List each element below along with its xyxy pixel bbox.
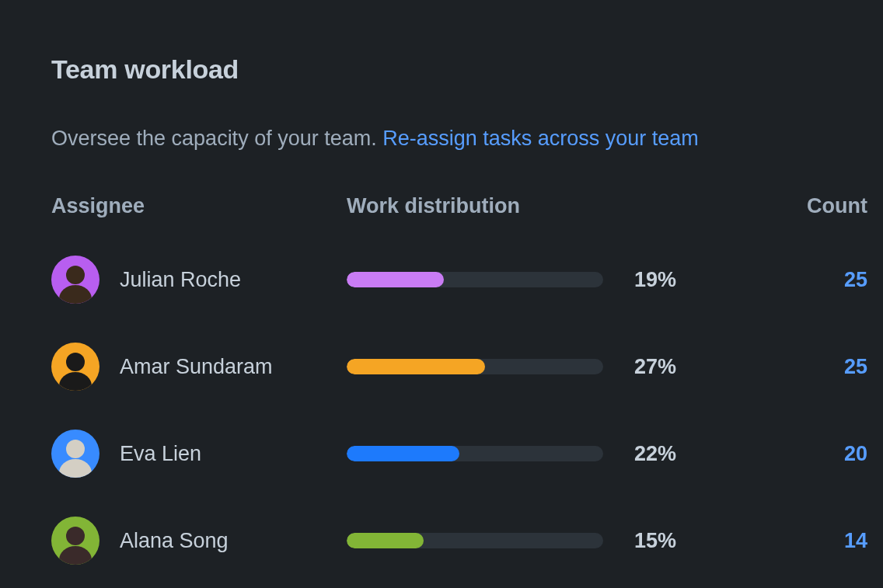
table-row: Alana Song15%14 [51, 517, 832, 565]
work-bar-track [347, 272, 603, 287]
col-work-distribution: Work distribution [347, 194, 681, 218]
svg-point-2 [66, 266, 85, 284]
table-header: Assignee Work distribution Count [51, 194, 832, 218]
reassign-link[interactable]: Re-assign tasks across your team [382, 127, 699, 150]
assignee-name: Eva Lien [120, 442, 201, 466]
avatar [51, 256, 99, 304]
work-bar-track [347, 446, 603, 461]
assignee-cell: Amar Sundaram [51, 343, 347, 391]
assignee-name: Amar Sundaram [120, 355, 273, 379]
count-link[interactable]: 14 [774, 529, 867, 553]
count-link[interactable]: 25 [774, 355, 867, 379]
work-percent: 27% [611, 355, 681, 379]
subtitle-text: Oversee the capacity of your team. [51, 127, 382, 150]
table-body: Julian Roche19%25 Amar Sundaram27%25 Eva… [51, 256, 832, 565]
work-bar-fill [347, 533, 424, 548]
count-link[interactable]: 20 [774, 442, 867, 466]
table-row: Eva Lien22%20 [51, 430, 832, 478]
panel-title: Team workload [51, 54, 832, 85]
assignee-cell: Eva Lien [51, 430, 347, 478]
work-bar-track [347, 359, 603, 374]
avatar [51, 430, 99, 478]
assignee-name: Alana Song [120, 529, 229, 553]
col-count: Count [774, 194, 867, 218]
work-percent: 19% [611, 268, 681, 292]
svg-point-14 [66, 527, 85, 545]
table-row: Amar Sundaram27%25 [51, 343, 832, 391]
table-row: Julian Roche19%25 [51, 256, 832, 304]
work-bar-track [347, 533, 603, 548]
col-assignee: Assignee [51, 194, 347, 218]
count-link[interactable]: 25 [774, 268, 867, 292]
work-bar-fill [347, 446, 459, 461]
work-percent: 15% [611, 529, 681, 553]
avatar [51, 343, 99, 391]
workload-panel: Team workload Oversee the capacity of yo… [0, 0, 883, 565]
avatar [51, 517, 99, 565]
work-bar-fill [347, 272, 444, 287]
work-percent: 22% [611, 442, 681, 466]
svg-point-10 [66, 440, 85, 458]
svg-point-6 [66, 353, 85, 371]
assignee-cell: Alana Song [51, 517, 347, 565]
assignee-cell: Julian Roche [51, 256, 347, 304]
work-bar-fill [347, 359, 485, 374]
assignee-name: Julian Roche [120, 268, 241, 292]
panel-subtitle: Oversee the capacity of your team. Re-as… [51, 127, 832, 151]
